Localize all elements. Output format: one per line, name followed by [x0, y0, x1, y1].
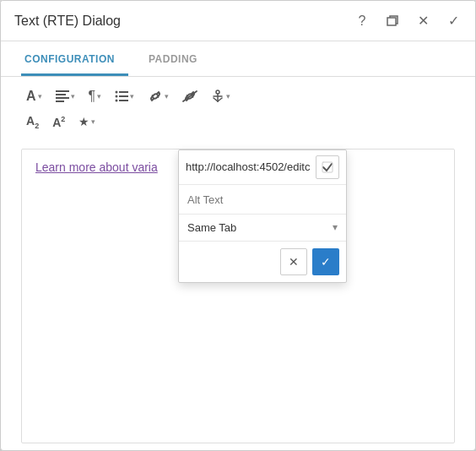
- link-alt-row: [179, 185, 346, 215]
- font-size-button[interactable]: A ▾: [21, 85, 47, 107]
- unlink-button[interactable]: [177, 87, 203, 106]
- svg-rect-8: [119, 95, 128, 97]
- link-popup: Same Tab New Tab ▾ ✕ ✓: [178, 149, 347, 283]
- special-chars-button[interactable]: ★ ▾: [73, 111, 100, 132]
- align-button[interactable]: ▾: [51, 87, 80, 106]
- link-check-button[interactable]: [316, 155, 339, 179]
- tabs: CONFIGURATION PADDING: [1, 41, 475, 77]
- svg-line-11: [183, 91, 197, 101]
- toolbar-row-1: A ▾ ▾ ¶ ▾: [21, 85, 455, 107]
- svg-rect-2: [56, 94, 66, 95]
- paragraph-button[interactable]: ¶ ▾: [84, 85, 107, 107]
- svg-point-7: [116, 95, 118, 98]
- link-tab-select[interactable]: Same Tab New Tab: [187, 221, 333, 234]
- link-url-input[interactable]: [186, 160, 316, 173]
- superscript-button[interactable]: A2: [47, 111, 70, 133]
- titlebar-icons: ? ✕ ✓: [354, 13, 462, 30]
- svg-rect-10: [119, 100, 128, 101]
- dialog: Text (RTE) Dialog ? ✕ ✓ CONFIGURATION PA…: [0, 0, 476, 451]
- link-alt-input[interactable]: [187, 193, 338, 206]
- toolbar-row-2: A2 A2 ★ ▾: [21, 111, 455, 133]
- dialog-body: CONFIGURATION PADDING A ▾: [1, 41, 475, 450]
- maximize-icon[interactable]: [384, 13, 401, 30]
- anchor-button[interactable]: ▾: [206, 86, 235, 106]
- link-cancel-button[interactable]: ✕: [280, 248, 307, 275]
- help-icon[interactable]: ?: [354, 13, 371, 30]
- close-icon[interactable]: ✕: [414, 13, 431, 30]
- content-link[interactable]: Learn more about varia: [35, 160, 158, 174]
- link-actions: ✕ ✓: [179, 242, 346, 282]
- link-button[interactable]: ▾: [143, 87, 174, 106]
- link-confirm-button[interactable]: ✓: [312, 248, 339, 275]
- toolbar-area: A ▾ ▾ ¶ ▾: [1, 77, 475, 142]
- svg-rect-3: [56, 97, 69, 99]
- tab-configuration[interactable]: CONFIGURATION: [21, 41, 128, 76]
- link-tab-row: Same Tab New Tab ▾: [179, 215, 346, 242]
- content-area: Learn more about varia: [21, 149, 455, 443]
- svg-rect-4: [56, 101, 64, 102]
- subscript-button[interactable]: A2: [21, 111, 44, 133]
- svg-point-5: [116, 91, 118, 94]
- chevron-down-icon: ▾: [333, 221, 338, 233]
- tab-padding[interactable]: PADDING: [145, 41, 211, 76]
- svg-point-9: [116, 100, 118, 102]
- confirm-icon[interactable]: ✓: [445, 13, 462, 30]
- svg-rect-6: [119, 91, 128, 93]
- dialog-title: Text (RTE) Dialog: [14, 14, 354, 29]
- svg-rect-0: [387, 18, 396, 25]
- svg-rect-1: [56, 90, 69, 92]
- list-button[interactable]: ▾: [110, 87, 139, 106]
- dialog-titlebar: Text (RTE) Dialog ? ✕ ✓: [1, 1, 475, 41]
- link-url-row: [179, 150, 346, 185]
